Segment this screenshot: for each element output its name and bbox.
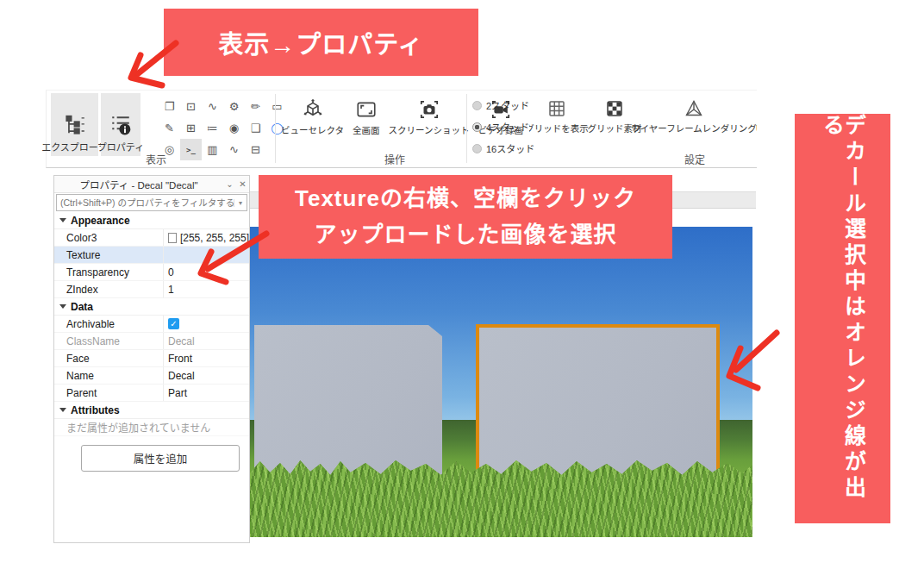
fullscreen-icon: [355, 98, 378, 121]
properties-list-icon: [109, 114, 132, 136]
property-row-name[interactable]: Name Decal: [54, 367, 249, 385]
ribbon-divider: [275, 94, 276, 163]
property-value[interactable]: Front: [163, 350, 249, 366]
wireframe-rendering-label: ワイヤーフレームレンダリング: [631, 122, 757, 134]
screenshot-label: スクリーンショット: [389, 123, 470, 136]
stud-option-4[interactable]: 4スタッド: [472, 120, 534, 134]
filter-dropdown-caret-icon[interactable]: ▾: [234, 199, 247, 207]
stud-option-16[interactable]: 16スタッド: [472, 141, 534, 155]
property-name: ZIndex: [54, 281, 163, 297]
output-icon[interactable]: ⊡: [180, 96, 202, 117]
property-row-classname: ClassName Decal: [54, 333, 249, 350]
script-editor-icon[interactable]: ✎: [159, 117, 180, 139]
classname-value-text: Decal: [168, 335, 195, 347]
asset-manager-icon[interactable]: ❐: [159, 96, 180, 117]
properties-panel: プロパティ - Decal "Decal" ⌄ ✕ ▾ Appearance C…: [53, 175, 250, 543]
property-row-color3[interactable]: Color3 [255, 255, 255]: [54, 229, 249, 247]
stud-grid-size-options: 2スタッド 4スタッド 16スタッド: [472, 98, 534, 155]
property-value[interactable]: ✓: [163, 316, 249, 332]
property-name: Transparency: [54, 264, 163, 280]
screenshot-button[interactable]: スクリーンショット: [389, 98, 470, 136]
fullscreen-label: 全画面: [353, 123, 380, 136]
command-output-icon[interactable]: ⊞: [180, 117, 202, 139]
annotation-top-text: 表示→プロパティ: [218, 24, 423, 60]
collapse-triangle-icon[interactable]: [59, 408, 66, 412]
property-value[interactable]: 0: [163, 264, 249, 280]
section-label: Appearance: [71, 215, 130, 227]
performance-icon[interactable]: ∿: [223, 139, 245, 160]
section-header-attributes[interactable]: Attributes: [54, 402, 249, 419]
property-row-archivable[interactable]: Archivable ✓: [54, 316, 249, 333]
property-value: Decal: [163, 333, 249, 349]
actions-group-label: 操作: [360, 152, 429, 166]
panel-close-icon[interactable]: ✕: [236, 179, 249, 189]
property-name: Archivable: [54, 316, 163, 332]
object-browser-icon[interactable]: ◉: [223, 117, 245, 139]
property-name: Face: [54, 350, 163, 366]
property-filter-box[interactable]: ▾: [56, 194, 247, 211]
property-value[interactable]: [255, 255, 255]: [163, 229, 249, 246]
radio-unselected-icon[interactable]: [472, 144, 482, 153]
fullscreen-button[interactable]: 全画面: [353, 98, 380, 136]
stud-option-label: 16スタッド: [486, 141, 534, 155]
property-name: Color3: [54, 229, 163, 246]
radio-unselected-icon[interactable]: [472, 101, 482, 110]
view-group-label: 表示: [122, 152, 190, 166]
view-selector-button[interactable]: ビューセレクタ: [281, 98, 344, 136]
explorer-toggle-button[interactable]: エクスプローラ: [51, 93, 98, 156]
3d-viewport[interactable]: [250, 227, 752, 537]
screenshot-root: エクスプローラ プロパティ ❐ ⊡ ∿ ⚙ ✏ ▭ ✎ ⊞ ≔ ◉ ❑: [0, 0, 924, 563]
section-header-appearance[interactable]: Appearance: [54, 212, 249, 229]
texture-value-empty-field[interactable]: [163, 247, 249, 263]
property-row-face[interactable]: Face Front: [54, 350, 249, 367]
view-selector-icon: [302, 98, 324, 121]
color-swatch[interactable]: [168, 233, 177, 243]
wireframe-rendering-button[interactable]: ワイヤーフレームレンダリング: [645, 98, 743, 134]
breakpoints-icon[interactable]: ≔: [202, 117, 223, 139]
radio-selected-icon[interactable]: [472, 122, 482, 132]
property-row-transparency[interactable]: Transparency 0: [54, 264, 249, 281]
archivable-checkbox-checked[interactable]: ✓: [168, 318, 179, 329]
section-header-data[interactable]: Data: [54, 298, 249, 316]
stud-option-label: 4スタッド: [486, 120, 529, 134]
grid-material-icon: [604, 98, 625, 119]
properties-panel-titlebar[interactable]: プロパティ - Decal "Decal" ⌄ ✕: [54, 176, 249, 193]
properties-panel-title: プロパティ - Decal "Decal": [54, 178, 223, 191]
collapse-triangle-icon[interactable]: [59, 218, 66, 222]
property-row-zindex[interactable]: ZIndex 1: [54, 281, 249, 298]
property-value[interactable]: 1: [163, 281, 249, 297]
grid-icon: [546, 98, 567, 119]
add-attribute-button[interactable]: 属性を追加: [81, 445, 240, 472]
lighting-icon[interactable]: ⚙: [223, 96, 245, 117]
show-grid-label: グリッドを表示: [529, 122, 589, 134]
curve-editor-icon[interactable]: ∿: [202, 96, 223, 117]
collapse-triangle-icon[interactable]: [59, 304, 66, 309]
explorer-tree-icon: [64, 114, 86, 136]
property-name: Texture: [54, 247, 163, 263]
task-scheduler-icon[interactable]: ⊟: [245, 139, 266, 160]
property-rows: Appearance Color3 [255, 255, 255] Textur…: [54, 212, 249, 436]
settings-group: グリッドを表示 グリッド素材: [529, 98, 757, 134]
ui-visibility-button[interactable]: UIの表示: [748, 98, 757, 134]
property-name: ClassName: [54, 333, 163, 349]
stats-icon[interactable]: ▥: [202, 139, 223, 160]
annotation-right-text: デカール選択中はオレンジ線が出る: [821, 114, 865, 523]
property-value[interactable]: Part: [163, 385, 249, 401]
stud-option-2[interactable]: 2スタッド: [472, 98, 534, 112]
color3-value-text: [255, 255, 255]: [180, 232, 249, 244]
property-filter-input[interactable]: [57, 197, 234, 208]
settings-group-label: 設定: [660, 152, 729, 166]
property-value[interactable]: Decal: [163, 367, 249, 384]
zindex-value-text: 1: [168, 284, 174, 296]
section-label: Data: [71, 301, 93, 313]
property-row-texture[interactable]: Texture: [54, 247, 249, 264]
tag-editor-icon[interactable]: ❑: [245, 117, 266, 139]
property-row-parent[interactable]: Parent Part: [54, 385, 249, 402]
annotation-right-banner: デカール選択中はオレンジ線が出る: [795, 114, 890, 523]
show-grid-button[interactable]: グリッドを表示: [529, 98, 584, 134]
properties-toggle-button[interactable]: プロパティ: [101, 93, 140, 156]
team-create-icon[interactable]: ✏: [245, 96, 266, 117]
transparency-value-text: 0: [168, 266, 174, 278]
screenshot-camera-icon: [418, 98, 440, 121]
panel-collapse-icon[interactable]: ⌄: [223, 179, 236, 189]
